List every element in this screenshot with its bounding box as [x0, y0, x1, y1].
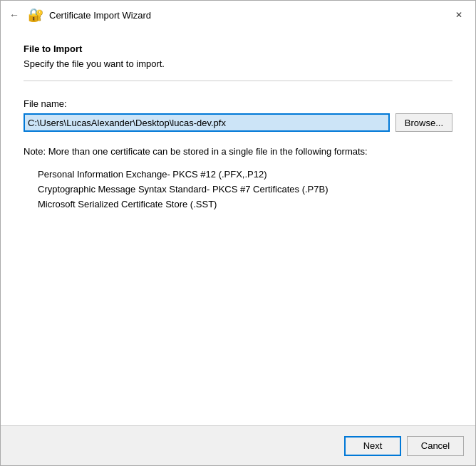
list-item: Microsoft Serialized Certificate Store (… [24, 197, 452, 212]
footer: Next Cancel [1, 425, 475, 465]
content-area: File to Import Specify the file you want… [1, 26, 475, 425]
next-button[interactable]: Next [344, 436, 401, 456]
back-button[interactable]: ← [9, 9, 19, 21]
cancel-button[interactable]: Cancel [407, 436, 464, 456]
form-section: File name: Browse... Note: More than one… [1, 81, 475, 425]
wizard-icon: 🔐 [28, 7, 43, 23]
close-button[interactable]: ✕ [448, 8, 470, 22]
wizard-window: ← 🔐 Certificate Import Wizard ✕ File to … [0, 0, 476, 466]
page-subtitle: Specify the file you want to import. [24, 58, 452, 69]
file-input-row: Browse... [24, 113, 452, 132]
window-title: Certificate Import Wizard [49, 10, 151, 21]
browse-button[interactable]: Browse... [395, 113, 452, 132]
page-title: File to Import [24, 43, 452, 54]
close-icon: ✕ [455, 10, 462, 20]
title-bar: ← 🔐 Certificate Import Wizard ✕ [1, 1, 475, 26]
header-section: File to Import Specify the file you want… [1, 26, 475, 81]
format-list: Personal Information Exchange- PKCS #12 … [24, 167, 452, 212]
note-text: Note: More than one certificate can be s… [24, 146, 452, 157]
title-bar-left: ← 🔐 Certificate Import Wizard [9, 7, 151, 23]
file-input[interactable] [24, 113, 390, 132]
list-item: Personal Information Exchange- PKCS #12 … [24, 167, 452, 182]
file-label: File name: [24, 98, 452, 109]
list-item: Cryptographic Message Syntax Standard- P… [24, 182, 452, 197]
